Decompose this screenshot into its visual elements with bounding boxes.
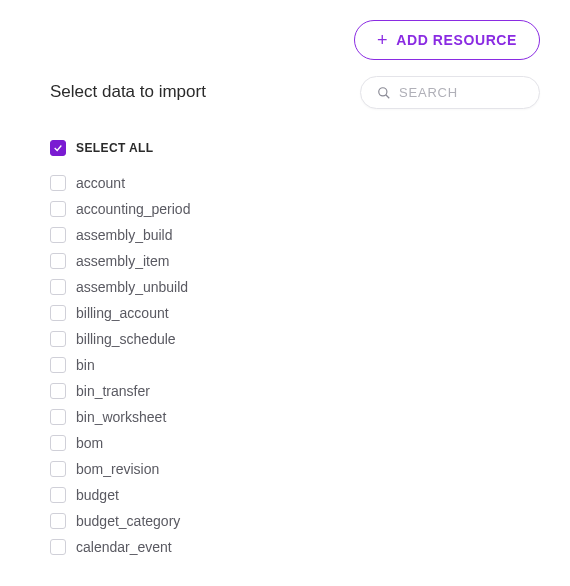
list-item[interactable]: billing_schedule <box>50 326 536 352</box>
select-all-label: SELECT ALL <box>76 141 154 155</box>
list-item[interactable]: assembly_item <box>50 248 536 274</box>
item-label: bin <box>76 357 95 373</box>
list-item[interactable]: bom <box>50 430 536 456</box>
search-field-wrap[interactable] <box>360 76 540 109</box>
item-label: accounting_period <box>76 201 190 217</box>
list-item[interactable]: bom_revision <box>50 456 536 482</box>
item-checkbox[interactable] <box>50 305 66 321</box>
list-item[interactable]: billing_account <box>50 300 536 326</box>
item-checkbox[interactable] <box>50 409 66 425</box>
item-checkbox[interactable] <box>50 253 66 269</box>
list-item[interactable]: budget <box>50 482 536 508</box>
item-checkbox[interactable] <box>50 539 66 555</box>
item-checkbox[interactable] <box>50 357 66 373</box>
plus-icon: + <box>377 31 388 49</box>
item-label: assembly_unbuild <box>76 279 188 295</box>
check-icon <box>53 143 63 153</box>
item-label: bin_worksheet <box>76 409 166 425</box>
select-all-checkbox[interactable] <box>50 140 66 156</box>
item-label: bom_revision <box>76 461 159 477</box>
item-checkbox[interactable] <box>50 175 66 191</box>
svg-line-1 <box>386 94 390 98</box>
search-icon <box>377 86 391 100</box>
item-label: bin_transfer <box>76 383 150 399</box>
search-input[interactable] <box>399 85 523 100</box>
item-checkbox[interactable] <box>50 201 66 217</box>
add-resource-label: ADD RESOURCE <box>396 32 517 48</box>
item-checkbox[interactable] <box>50 513 66 529</box>
select-all-row[interactable]: SELECT ALL <box>50 140 154 156</box>
list-item[interactable]: assembly_unbuild <box>50 274 536 300</box>
list-item[interactable]: bin_transfer <box>50 378 536 404</box>
item-checkbox[interactable] <box>50 383 66 399</box>
item-label: calendar_event <box>76 539 172 555</box>
item-checkbox[interactable] <box>50 331 66 347</box>
list-item[interactable]: bin <box>50 352 536 378</box>
item-label: budget_category <box>76 513 180 529</box>
item-label: account <box>76 175 125 191</box>
list-item[interactable]: account <box>50 170 536 196</box>
item-label: billing_schedule <box>76 331 176 347</box>
item-label: assembly_item <box>76 253 169 269</box>
item-checkbox[interactable] <box>50 487 66 503</box>
item-checkbox[interactable] <box>50 279 66 295</box>
item-checkbox[interactable] <box>50 227 66 243</box>
item-label: budget <box>76 487 119 503</box>
list-item[interactable]: bin_worksheet <box>50 404 536 430</box>
add-resource-button[interactable]: + ADD RESOURCE <box>354 20 540 60</box>
item-label: assembly_build <box>76 227 173 243</box>
list-item[interactable]: assembly_build <box>50 222 536 248</box>
list-item[interactable]: budget_category <box>50 508 536 534</box>
list-item[interactable]: calendar_event <box>50 534 536 560</box>
item-label: billing_account <box>76 305 169 321</box>
item-checkbox[interactable] <box>50 435 66 451</box>
item-label: bom <box>76 435 103 451</box>
svg-point-0 <box>379 87 387 95</box>
item-checkbox[interactable] <box>50 461 66 477</box>
page-title: Select data to import <box>50 82 206 102</box>
list-item[interactable]: accounting_period <box>50 196 536 222</box>
resource-list[interactable]: accountaccounting_periodassembly_buildas… <box>50 170 542 566</box>
